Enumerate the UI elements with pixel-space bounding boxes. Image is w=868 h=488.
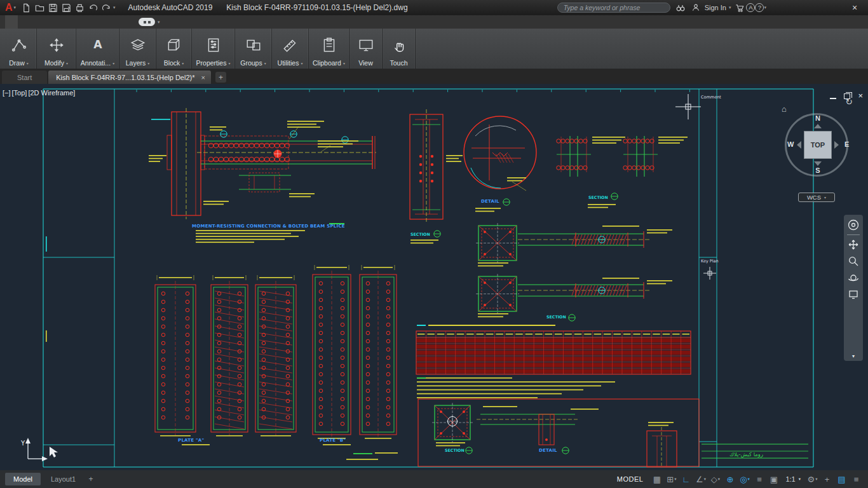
groups-panel-icon bbox=[245, 31, 262, 59]
help-icon[interactable]: ? bbox=[755, 3, 764, 12]
sign-in-control[interactable]: Sign In ▾ bbox=[689, 1, 731, 14]
viewcube-top-face[interactable]: TOP bbox=[804, 131, 832, 159]
viewcube-east[interactable]: E bbox=[844, 140, 849, 148]
close-window-button[interactable]: × bbox=[848, 3, 862, 13]
save-as-button[interactable] bbox=[60, 1, 72, 14]
ribbon-panel-modify[interactable]: Modify▾ bbox=[37, 29, 76, 69]
model-space-button[interactable]: MODEL bbox=[617, 475, 644, 483]
search-binoculars-icon[interactable] bbox=[674, 1, 687, 14]
store-cart-icon[interactable] bbox=[733, 1, 746, 14]
ribbon-panel-groups[interactable]: Groups▾ bbox=[235, 29, 272, 69]
status-tool-workspace-settings[interactable]: ⚙ ▾ bbox=[806, 473, 819, 485]
status-toggle-object-snap[interactable]: ◎ ▾ bbox=[738, 473, 751, 485]
status-tool-graphics-performance[interactable]: ▤ ▾ bbox=[835, 473, 848, 485]
chevron-down-icon: ▾ bbox=[182, 61, 184, 65]
ribbon-tab-annotate[interactable] bbox=[31, 15, 43, 29]
scale-value: 1:1 bbox=[785, 475, 795, 483]
file-tab-start[interactable]: Start bbox=[2, 71, 47, 84]
full-navigation-wheel-icon[interactable] bbox=[846, 218, 860, 232]
status-toggle-grid[interactable]: ▦ ▾ bbox=[650, 473, 663, 485]
section-label: SECTION bbox=[410, 232, 430, 236]
annotation-scale-button[interactable]: 1:1 ▾ bbox=[785, 475, 801, 483]
status-icon-glyph: ≡ bbox=[854, 475, 859, 484]
ribbon-panel-touch[interactable]: Touch bbox=[383, 29, 416, 69]
viewcube-west[interactable]: W bbox=[787, 140, 794, 148]
layout1-tab[interactable]: Layout1 bbox=[43, 473, 84, 485]
ribbon-state-chevron-icon[interactable]: ▾ bbox=[158, 20, 160, 25]
ribbon-tab-manage[interactable] bbox=[69, 15, 81, 29]
ribbon-state-button[interactable] bbox=[139, 18, 155, 26]
ribbon-panel-block[interactable]: Block▾ bbox=[156, 29, 192, 69]
chevron-down-icon: ▾ bbox=[674, 477, 676, 482]
search-input[interactable] bbox=[557, 3, 670, 13]
ribbon-panel-clipboard[interactable]: Clipboard▾ bbox=[309, 29, 349, 69]
ribbon-tab-bar: ▾ bbox=[0, 15, 868, 29]
model-tab[interactable]: Model bbox=[5, 473, 41, 485]
close-drawing-icon[interactable]: × bbox=[858, 92, 863, 100]
ribbon-tab-featured-apps[interactable] bbox=[119, 15, 132, 29]
status-toggle-selection-cycling[interactable]: ▣ ▾ bbox=[767, 473, 780, 485]
show-motion-icon[interactable] bbox=[846, 287, 860, 301]
viewcube-arrow-right-icon[interactable] bbox=[834, 141, 839, 149]
app-menu-button[interactable]: A ▾ bbox=[3, 0, 20, 15]
file-tab-document[interactable]: Kish Block F-04RR-97...1.03.15-(Help Del… bbox=[48, 71, 211, 84]
zoom-icon[interactable] bbox=[846, 254, 860, 268]
ribbon-tab-output[interactable] bbox=[81, 15, 94, 29]
viewport-visual-style-control[interactable]: [2D Wireframe] bbox=[28, 89, 75, 97]
viewcube-north[interactable]: N bbox=[780, 114, 855, 122]
panel-label: Block bbox=[164, 59, 180, 67]
ribbon-panel-layers[interactable]: Layers▾ bbox=[119, 29, 156, 69]
redo-button[interactable] bbox=[100, 1, 112, 14]
viewcube-rotate-icon[interactable]: ↻ bbox=[845, 97, 853, 107]
panel-label: Utilities bbox=[278, 59, 299, 67]
new-file-button[interactable] bbox=[20, 1, 32, 14]
ribbon-panel-view[interactable]: View bbox=[349, 29, 383, 69]
status-icon-glyph: ▦ bbox=[653, 475, 661, 484]
ribbon-panel-draw[interactable]: Draw▾ bbox=[1, 29, 37, 69]
viewport-menu-control[interactable]: [−] bbox=[3, 89, 11, 97]
chevron-down-icon: ▾ bbox=[301, 61, 302, 65]
viewcube-arrow-left-icon[interactable] bbox=[797, 141, 801, 149]
ribbon-panel-utilities[interactable]: Utilities▾ bbox=[272, 29, 309, 69]
close-tab-icon[interactable]: × bbox=[201, 74, 205, 81]
ribbon-panel-properties[interactable]: Properties▾ bbox=[192, 29, 235, 69]
ribbon-tab-collaborate[interactable] bbox=[94, 15, 107, 29]
ribbon-tab-parametric[interactable] bbox=[43, 15, 56, 29]
wcs-dropdown[interactable]: WCS ▾ bbox=[798, 193, 835, 202]
status-toggle-isometric-drafting[interactable]: ◇ ▾ bbox=[709, 473, 722, 485]
status-toggle-ortho[interactable]: ∟ ▾ bbox=[679, 473, 693, 485]
pan-icon[interactable] bbox=[846, 238, 860, 252]
status-toggle-polar-tracking[interactable]: ∠ ▾ bbox=[694, 473, 707, 485]
ribbon-tab-express-tools[interactable] bbox=[107, 15, 119, 29]
new-layout-button[interactable]: + bbox=[86, 474, 96, 484]
undo-button[interactable] bbox=[86, 1, 99, 14]
draw-panel-icon bbox=[11, 31, 27, 59]
help-chevron-icon[interactable]: ▾ bbox=[764, 5, 766, 10]
autodesk-app-store-icon[interactable]: A bbox=[746, 3, 755, 12]
status-toggle-lineweight[interactable]: ≡ ▾ bbox=[752, 473, 766, 485]
viewcube-arrow-up-icon[interactable] bbox=[814, 124, 822, 128]
status-toggle-snap-mode[interactable]: ⊞ ▾ bbox=[665, 473, 678, 485]
status-toggle-object-snap-tracking[interactable]: ⊕ ▾ bbox=[723, 473, 736, 485]
comment-label: Comment bbox=[701, 95, 721, 100]
ribbon-panel-annotation[interactable]: A Annotati...▾ bbox=[76, 29, 119, 69]
save-button[interactable] bbox=[46, 1, 59, 14]
status-tool-customization[interactable]: ≡ ▾ bbox=[850, 473, 863, 485]
new-drawing-tab-button[interactable]: + bbox=[215, 72, 226, 83]
ribbon-panels: Draw▾ Modify▾ A Annotati...▾ Layers▾ Blo… bbox=[0, 29, 868, 69]
orbit-icon[interactable] bbox=[846, 271, 860, 285]
plot-button[interactable] bbox=[73, 1, 86, 14]
viewcube-arrow-down-icon[interactable] bbox=[814, 161, 822, 166]
drawing-canvas[interactable]: MOMENT-RESISTING CONNECTION & BOLTED BEA… bbox=[0, 84, 868, 470]
viewport-view-control[interactable]: [Top] bbox=[12, 89, 27, 97]
status-tool-isolate-objects[interactable]: + ▾ bbox=[820, 473, 834, 485]
qat-menu-chevron-icon[interactable]: ▾ bbox=[113, 5, 116, 10]
navbar-chevron-icon[interactable]: ▾ bbox=[852, 353, 855, 359]
ribbon-tab-insert[interactable] bbox=[18, 15, 31, 29]
utilities-panel-icon bbox=[282, 31, 299, 59]
viewcube-south[interactable]: S bbox=[780, 166, 855, 174]
open-file-button[interactable] bbox=[33, 1, 46, 14]
viewcube-home-icon[interactable]: ⌂ bbox=[782, 104, 787, 114]
ribbon-tab-home[interactable] bbox=[5, 15, 18, 29]
ribbon-tab-view[interactable] bbox=[56, 15, 69, 29]
